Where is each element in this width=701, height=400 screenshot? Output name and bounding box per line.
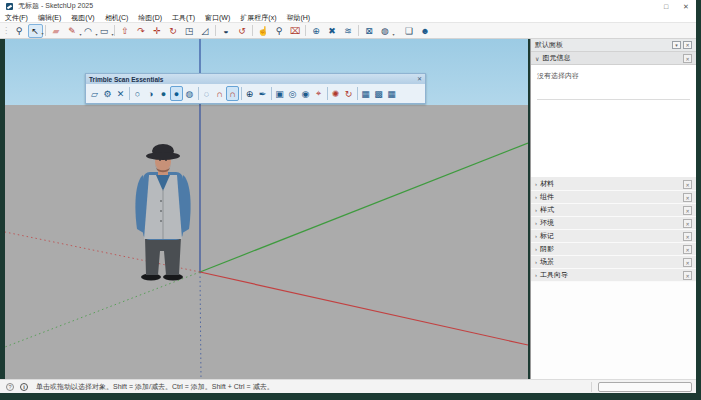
scan-folder-icon[interactable]: ▱ [88,86,101,101]
section-close-icon[interactable]: ✕ [683,206,692,215]
entity-info-empty-text: 没有选择内容 [537,71,690,100]
measurement-input[interactable] [598,382,692,392]
section-close-icon[interactable]: ✕ [683,219,692,228]
pencil-icon[interactable]: ✎ [65,24,80,38]
chevron-right-icon: › [535,246,537,252]
maximize-button[interactable]: □ [656,1,676,12]
section-scenes[interactable]: › 场景 ✕ [531,256,696,269]
orbit-icon[interactable]: ↺ [235,24,250,38]
density-half-icon[interactable]: ◑ [144,86,157,101]
section-close-icon[interactable]: ✕ [683,271,692,280]
scan-close-icon[interactable]: ✕ [114,86,127,101]
clip-target-icon[interactable]: ⌖ [312,86,325,101]
clip-sphere-icon[interactable]: ◎ [286,86,299,101]
section-environments[interactable]: › 环境 ✕ [531,217,696,230]
menu-item-window[interactable]: 窗口(W) [200,12,235,23]
hide-point-cloud-icon[interactable]: ⊠ [362,24,377,38]
menu-item-file[interactable]: 文件(F) [0,12,33,23]
cloud-scatter-icon[interactable]: ✺ [329,86,342,101]
menu-item-edit[interactable]: 编辑(E) [33,12,66,23]
clip-box-icon[interactable]: ▣ [273,86,286,101]
section-components[interactable]: › 组件 ✕ [531,191,696,204]
person-figure[interactable] [135,144,190,281]
tray-header: 默认面板 ▾ ✕ [531,39,696,52]
window-title: 无标题 - SketchUp 2025 [18,1,656,11]
section-close-icon[interactable]: ✕ [683,180,692,189]
snap-magnet-icon[interactable]: ∩ [213,86,226,101]
default-tray: 默认面板 ▾ ✕ ∨ 图元信息 ✕ 没有选择内容 › 材料 ✕ [530,39,696,379]
snap-magnet-active-icon[interactable]: ∩ [226,86,239,101]
styles-icon[interactable]: ◍ [378,24,393,38]
entity-info-close-icon[interactable]: ✕ [683,54,692,63]
cloud-refresh-icon[interactable]: ↻ [342,86,355,101]
tray-close-button[interactable]: ✕ [683,41,692,49]
info-icon[interactable]: i [20,383,28,391]
density-solid-icon[interactable]: ● [170,86,183,101]
density-filled-icon[interactable]: ● [157,86,170,101]
trimble-close-icon[interactable]: ✕ [417,75,422,84]
scale-icon[interactable]: ◳ [182,24,197,38]
tray-menu-button[interactable]: ▾ [672,41,681,49]
push-pull-icon[interactable]: ⇧ [118,24,133,38]
section-shadows[interactable]: › 阴影 ✕ [531,243,696,256]
section-styles[interactable]: › 样式 ✕ [531,204,696,217]
warehouse-person-icon[interactable]: ☻ [418,24,433,38]
chevron-right-icon: › [535,194,537,200]
menu-item-tools[interactable]: 工具(T) [167,12,200,23]
chevron-right-icon: › [535,220,537,226]
mesh-panel-b-icon[interactable]: ▩ [372,86,385,101]
menu-bar: 文件(F)编辑(E)视图(V)相机(C)绘图(D)工具(T)窗口(W)扩展程序(… [0,12,696,23]
section-instructor[interactable]: › 工具向导 ✕ [531,269,696,282]
zoom-icon[interactable]: ⚲ [272,24,287,38]
point-spacing-icon[interactable]: ◌ [200,86,213,101]
trimble-toolbar-titlebar[interactable]: Trimble Scan Essentials ✕ [86,74,425,84]
new-file-icon[interactable]: ❏ [402,24,417,38]
green-axis-negative [5,272,200,347]
search-icon[interactable]: ⚲ [12,24,27,38]
menu-item-help[interactable]: 帮助(H) [281,12,315,23]
add-point-icon[interactable]: ⊕ [243,86,256,101]
pick-line-icon[interactable]: ✒ [256,86,269,101]
close-button[interactable]: ✕ [676,1,696,12]
follow-me-icon[interactable]: ↷ [134,24,149,38]
select-tool-icon[interactable]: ↖ [28,24,43,38]
move-icon[interactable]: ✛ [150,24,165,38]
density-hatched-icon[interactable]: ◍ [183,86,196,101]
clip-focus-icon[interactable]: ◉ [299,86,312,101]
zoom-extents-icon[interactable]: ⌧ [288,24,303,38]
blue-axis-negative [200,272,201,379]
section-close-icon[interactable]: ✕ [683,193,692,202]
eraser-icon[interactable]: ▰ [49,24,64,38]
chevron-right-icon: › [535,272,537,278]
entity-info-header[interactable]: ∨ 图元信息 ✕ [531,52,696,65]
mesh-panel-a-icon[interactable]: ▦ [359,86,372,101]
section-close-icon[interactable]: ✕ [683,258,692,267]
shapes-icon[interactable]: ▭ [97,24,112,38]
mesh-panel-c-icon[interactable]: ▦ [385,86,398,101]
chevron-right-icon: › [535,207,537,213]
green-axis [200,143,528,272]
sketchup-logo-icon [6,3,13,10]
toolbar-grip[interactable]: ⋮ [2,26,9,35]
menu-item-camera[interactable]: 相机(C) [100,12,134,23]
section-tags[interactable]: › 标记 ✕ [531,230,696,243]
density-outline-icon[interactable]: ○ [131,86,144,101]
menu-item-draw[interactable]: 绘图(D) [133,12,167,23]
terrain-icon[interactable]: ≋ [341,24,356,38]
pan-icon[interactable]: ☝ [256,24,271,38]
model-viewport[interactable]: Trimble Scan Essentials ✕ ▱⚙✕○◑●●◍◌∩∩⊕✒▣… [5,39,528,379]
trimble-toolbar-title: Trimble Scan Essentials [89,76,417,83]
menu-item-extensions[interactable]: 扩展程序(x) [235,12,281,23]
tape-measure-icon[interactable]: ◿ [198,24,213,38]
section-materials[interactable]: › 材料 ✕ [531,178,696,191]
scan-settings-icon[interactable]: ⚙ [101,86,114,101]
arc-icon[interactable]: ◠ [81,24,96,38]
point-cloud-icon[interactable]: ✖ [325,24,340,38]
paint-bucket-icon[interactable]: ◒ [219,24,234,38]
create-component-icon[interactable]: ⊕ [309,24,324,38]
help-icon[interactable]: ? [6,383,14,391]
rotate-icon[interactable]: ↻ [166,24,181,38]
section-close-icon[interactable]: ✕ [683,232,692,241]
section-close-icon[interactable]: ✕ [683,245,692,254]
menu-item-view[interactable]: 视图(V) [66,12,99,23]
